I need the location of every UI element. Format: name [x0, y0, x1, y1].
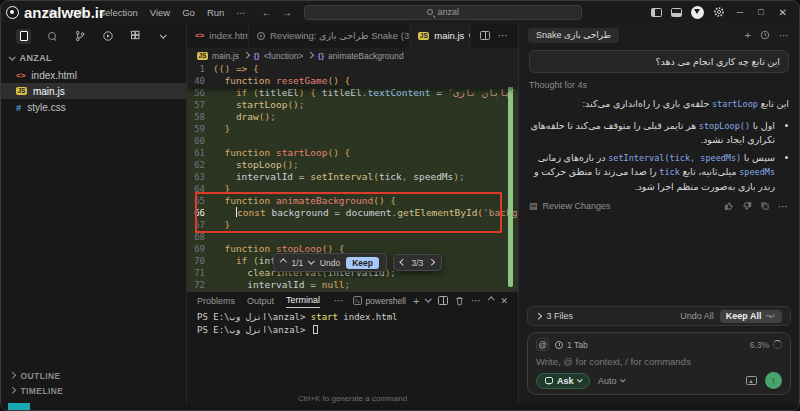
back-icon[interactable]: ← — [262, 7, 272, 18]
gear-icon[interactable] — [713, 6, 725, 18]
thumbs-up-icon[interactable] — [724, 201, 734, 211]
copy-icon[interactable] — [760, 201, 770, 211]
new-terminal-icon[interactable]: + — [413, 295, 419, 307]
toggle-sidebar-icon[interactable] — [651, 8, 662, 17]
review-changes-button[interactable]: Review Changes — [543, 201, 611, 211]
changed-files-bar[interactable]: 3 Files Undo All Keep All ^↵ — [527, 306, 791, 326]
code-line: 59 } — [187, 123, 518, 135]
thought-row[interactable]: Thought for 4s — [529, 80, 789, 90]
menu-item-view[interactable]: View — [144, 5, 176, 20]
close-icon[interactable]: ✕ — [776, 7, 790, 18]
chat-input-box[interactable]: @ 1 Tab 6.3% Write, @ for context, / for… — [527, 332, 791, 395]
tab-main-js[interactable]: JSmain.js — [410, 23, 471, 48]
line-number: 61 — [187, 147, 213, 159]
attach-image-icon[interactable] — [746, 376, 757, 385]
breadcrumb-item[interactable]: <function> — [264, 51, 304, 61]
kill-terminal-icon[interactable] — [455, 296, 464, 306]
split-editor-icon[interactable] — [480, 31, 490, 40]
extensions-icon[interactable] — [128, 29, 143, 44]
file-name: main.js — [33, 86, 65, 97]
tab-index-html[interactable]: <>index.html — [187, 23, 249, 48]
breadcrumb-item[interactable]: main.js — [212, 51, 239, 61]
terminal-more-icon[interactable]: ⋯ — [471, 295, 482, 306]
line-number: 72 — [187, 279, 213, 291]
symbol-icon: {} — [253, 51, 259, 60]
menu-item-[interactable]: ⋯ — [230, 5, 252, 20]
keep-button[interactable]: Keep — [346, 257, 379, 269]
sidebar-item-index-html[interactable]: <>index.html — [1, 67, 186, 83]
prev-file-icon[interactable] — [400, 259, 406, 265]
activity-bar — [1, 23, 186, 49]
outline-section[interactable]: OUTLINE — [1, 368, 186, 383]
terminal-ai-hint: Ctrl+K to generate a command — [187, 394, 518, 403]
explorer-folder-header[interactable]: ANZAL — [1, 49, 186, 67]
terminal-profile-chevron-icon[interactable] — [426, 296, 432, 302]
model-selector[interactable]: Auto — [598, 376, 624, 386]
maximize-panel-icon[interactable] — [488, 297, 494, 303]
explorer-icon[interactable] — [16, 29, 31, 44]
js-file-icon: JS — [16, 87, 27, 95]
menu-item-run[interactable]: Run — [201, 5, 230, 20]
sidebar-item-main-js[interactable]: JSmain.js — [1, 83, 186, 99]
assistant-answer-intro: این تابع startLoop حلقه‌ی بازی را راه‌ان… — [529, 97, 789, 112]
chat-history-icon[interactable] — [760, 30, 770, 40]
sticky-scroll-lines: 1(() => {40 function resetGame() { — [187, 63, 518, 87]
breadcrumb-item[interactable]: animateBackground — [328, 51, 404, 61]
run-debug-icon[interactable] — [100, 29, 115, 44]
timeline-section[interactable]: TIMELINE — [1, 383, 186, 398]
timeline-label: TIMELINE — [21, 386, 64, 396]
undo-all-button[interactable]: Undo All — [680, 311, 714, 321]
next-file-icon[interactable] — [428, 259, 434, 265]
maximize-icon[interactable]: □ — [755, 7, 766, 17]
inline-code: setInterval(tick, speedMs) — [608, 153, 741, 163]
panel-tab-terminal[interactable]: Terminal — [286, 293, 320, 308]
thumbs-down-icon[interactable] — [742, 201, 752, 211]
source-control-icon[interactable] — [72, 29, 87, 44]
chat-input-placeholder[interactable]: Write, @ for context, / for commands — [536, 356, 782, 367]
remote-indicator[interactable] — [8, 403, 30, 410]
search-view-icon[interactable] — [44, 29, 59, 44]
undo-button[interactable]: Undo — [320, 258, 340, 268]
code-token: draw — [236, 111, 259, 122]
code-token: ; — [270, 111, 276, 122]
ask-mode-button[interactable]: Ask — [536, 373, 590, 389]
new-chat-icon[interactable]: + — [745, 29, 751, 41]
code-token — [213, 75, 224, 86]
more-views-chevron-icon[interactable] — [156, 29, 171, 44]
terminal-output[interactable]: PS E:\انزل وب\anzal> start index.htmlPS … — [187, 309, 518, 405]
next-change-icon[interactable] — [308, 258, 314, 264]
add-context-button[interactable]: @ — [536, 338, 549, 351]
code-editor[interactable]: 1(() => {40 function resetGame() { 56 if… — [187, 63, 518, 291]
message-more-icon[interactable]: ⋯ — [778, 201, 789, 212]
line-number: 59 — [187, 123, 213, 135]
cursor-ai-icon[interactable] — [691, 6, 704, 19]
code-line: 57 startLoop(); — [187, 99, 518, 111]
close-panel-icon[interactable]: ✕ — [500, 296, 508, 306]
panel-tab-problems[interactable]: Problems — [197, 294, 235, 308]
forward-icon[interactable]: → — [282, 7, 292, 18]
panel-tab-output[interactable]: Output — [247, 294, 274, 308]
code-token: => — [236, 63, 253, 74]
toggle-panel-icon[interactable] — [671, 8, 682, 17]
sidebar-item-style-css[interactable]: #style.css — [1, 99, 186, 115]
shell-instance[interactable]: powershell — [353, 296, 406, 306]
keep-all-button[interactable]: Keep All ^↵ — [720, 310, 782, 323]
chat-tab[interactable]: طراحی بازی Snake — [528, 28, 619, 43]
code-token: titleEl — [259, 87, 299, 98]
editor-tab-bar: <>index.htmlReviewing: طراحی بازی Snake … — [187, 23, 518, 48]
menu-item-go[interactable]: Go — [176, 5, 201, 20]
review-changes-row: ▤ Review Changes ⋯ — [529, 201, 789, 212]
prev-change-icon[interactable] — [280, 259, 286, 265]
editor-more-actions-icon[interactable]: ⋯ — [498, 30, 509, 41]
send-button[interactable]: ↑ — [765, 372, 782, 389]
chat-more-icon[interactable]: ⋯ — [779, 30, 790, 41]
panel-more-tabs-icon[interactable]: ⋯ — [334, 295, 345, 306]
breadcrumb[interactable]: JSmain.js{}<function>{}animateBackground — [187, 48, 518, 63]
tab-reviewing[interactable]: Reviewing: طراحی بازی Snake (3 files) — [249, 23, 410, 48]
context-tab-chip[interactable]: 1 Tab — [555, 340, 588, 350]
split-terminal-icon[interactable] — [438, 296, 448, 305]
inline-code: tick — [659, 167, 679, 177]
annotation-red-box — [195, 192, 502, 233]
command-search-box[interactable]: anzal — [304, 5, 582, 20]
minimize-icon[interactable]: ─ — [734, 7, 746, 17]
